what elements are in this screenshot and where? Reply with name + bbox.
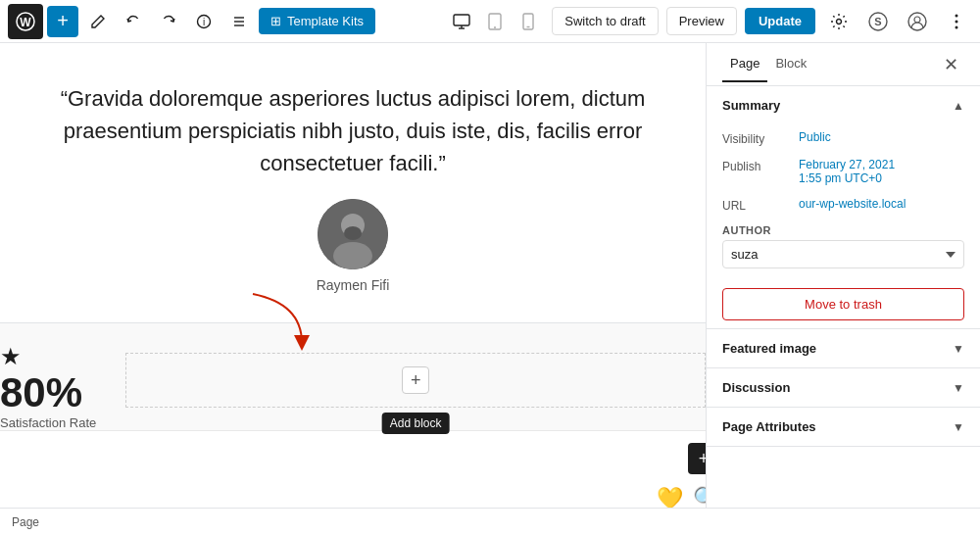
publish-value[interactable]: February 27, 2021 1:55 pm UTC+0 <box>799 158 895 185</box>
svg-text:W: W <box>20 16 31 29</box>
svg-point-21 <box>956 25 958 28</box>
svg-text:i: i <box>203 17 205 27</box>
publish-label: Publish <box>722 158 791 173</box>
right-sidebar: Page Block ✕ Summary ▲ Visibility Public… <box>706 43 980 508</box>
bottom-page-label: Page <box>12 515 39 529</box>
summary-chevron: ▲ <box>953 99 964 113</box>
discussion-section: Discussion ▼ <box>707 368 980 408</box>
stats-row: ★ 80% Satisfaction Rate <box>0 323 706 431</box>
add-block-tooltip: Add block <box>382 413 450 434</box>
author-row: AUTHOR suza <box>707 219 980 280</box>
bottom-bar: Page <box>0 508 980 535</box>
stat-star: ★ <box>0 343 22 370</box>
author-avatar <box>318 199 388 269</box>
settings-button[interactable] <box>823 6 855 37</box>
summary-header[interactable]: Summary ▲ <box>707 86 980 124</box>
switch-to-draft-button[interactable]: Switch to draft <box>552 7 658 35</box>
user-button[interactable] <box>902 6 933 37</box>
author-select[interactable]: suza <box>722 240 964 268</box>
featured-image-header[interactable]: Featured image ▼ <box>707 329 980 367</box>
author-label: AUTHOR <box>722 224 964 236</box>
svg-point-11 <box>494 26 496 28</box>
tablet-view-button[interactable] <box>479 6 511 37</box>
sidebar-close-button[interactable]: ✕ <box>937 51 964 78</box>
author-area: Raymen Fifi <box>29 199 676 293</box>
svg-point-20 <box>956 20 958 23</box>
search-emoji-button[interactable]: 🔍 <box>693 486 706 508</box>
page-attributes-chevron: ▼ <box>953 420 964 434</box>
heart-emoji-button[interactable]: 💛 <box>657 486 683 508</box>
tab-page[interactable]: Page <box>722 46 767 82</box>
toolbar: W + i ⊞ Template Kits <box>0 0 980 43</box>
canvas-content: “Gravida doloremque asperiores luctus ad… <box>0 43 706 508</box>
add-block-toolbar-button[interactable]: + <box>47 6 78 37</box>
editor-canvas[interactable]: “Gravida doloremque asperiores luctus ad… <box>0 43 706 508</box>
page-attributes-section: Page Attributes ▼ <box>707 408 980 447</box>
emoji-buttons: 💛 🔍 <box>0 486 706 508</box>
summary-section: Summary ▲ Visibility Public Publish Febr… <box>707 86 980 329</box>
add-block-plus-button[interactable]: + <box>402 366 429 394</box>
tab-block[interactable]: Block <box>767 46 814 82</box>
toolbar-left: W + i ⊞ Template Kits <box>8 4 375 39</box>
visibility-row: Visibility Public <box>707 124 980 152</box>
discussion-chevron: ▼ <box>953 381 964 395</box>
summary-title: Summary <box>722 98 780 113</box>
featured-image-chevron: ▼ <box>953 342 964 356</box>
visibility-value[interactable]: Public <box>799 130 831 144</box>
move-to-trash-button[interactable]: Move to trash <box>722 288 964 320</box>
update-button[interactable]: Update <box>745 8 815 34</box>
page-attributes-header[interactable]: Page Attributes ▼ <box>707 408 980 446</box>
redo-button[interactable] <box>153 6 184 37</box>
list-view-button[interactable] <box>223 6 255 37</box>
svg-rect-7 <box>454 15 469 25</box>
stat-label: Satisfaction Rate <box>0 415 96 430</box>
preview-button[interactable]: Preview <box>666 7 737 35</box>
svg-point-14 <box>837 19 842 24</box>
sidebar-tabs: Page Block ✕ <box>707 43 980 86</box>
quote-section: “Gravida doloremque asperiores luctus ad… <box>0 43 706 323</box>
main-area: “Gravida doloremque asperiores luctus ad… <box>0 43 980 508</box>
device-buttons <box>446 6 544 37</box>
discussion-header[interactable]: Discussion ▼ <box>707 368 980 407</box>
mobile-view-button[interactable] <box>513 6 544 37</box>
svg-point-25 <box>344 226 362 240</box>
svg-point-24 <box>333 242 372 269</box>
visibility-label: Visibility <box>722 130 791 146</box>
url-value[interactable]: our-wp-website.local <box>799 197 906 211</box>
template-kits-icon: ⊞ <box>270 14 281 28</box>
template-kits-label: Template Kits <box>287 14 364 28</box>
desktop-view-button[interactable] <box>446 6 477 37</box>
svg-point-19 <box>956 14 958 17</box>
floating-buttons: + <box>0 431 706 486</box>
pencil-button[interactable] <box>82 6 114 37</box>
svg-text:S: S <box>874 16 881 27</box>
discussion-title: Discussion <box>722 380 790 395</box>
stat-item: ★ 80% Satisfaction Rate <box>0 343 96 430</box>
featured-image-section: Featured image ▼ <box>707 329 980 368</box>
add-block-container: + Add block <box>125 343 706 427</box>
page-attributes-title: Page Attributes <box>722 419 816 434</box>
url-label: URL <box>722 197 791 213</box>
add-block-floating-button[interactable]: + <box>688 443 706 474</box>
svg-point-18 <box>914 17 920 23</box>
more-options-button[interactable] <box>941 6 972 37</box>
template-kits-button[interactable]: ⊞ Template Kits <box>259 8 375 34</box>
info-button[interactable]: i <box>188 6 220 37</box>
quote-text: “Gravida doloremque asperiores luctus ad… <box>29 82 676 179</box>
wp-logo[interactable]: W <box>8 4 43 39</box>
toolbar-right: Switch to draft Preview Update S <box>446 6 972 37</box>
publish-row: Publish February 27, 2021 1:55 pm UTC+0 <box>707 152 980 191</box>
url-row: URL our-wp-website.local <box>707 191 980 219</box>
author-name: Raymen Fifi <box>317 277 390 293</box>
featured-image-title: Featured image <box>722 341 816 356</box>
add-block-area[interactable]: + Add block <box>125 353 706 408</box>
stat-percent: 80% <box>0 372 82 413</box>
plugin-button[interactable]: S <box>862 6 894 37</box>
undo-button[interactable] <box>118 6 149 37</box>
